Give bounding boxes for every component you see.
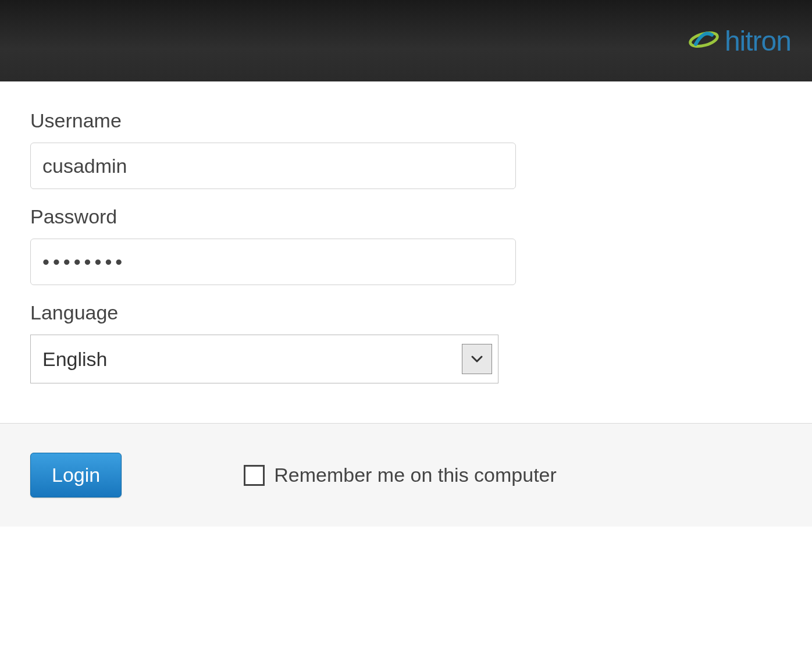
- password-label: Password: [30, 205, 782, 228]
- brand-logo: hitron: [688, 25, 791, 57]
- language-label: Language: [30, 301, 782, 324]
- login-button[interactable]: Login: [30, 453, 122, 497]
- remember-label: Remember me on this computer: [274, 464, 557, 486]
- password-input[interactable]: [30, 239, 516, 285]
- language-select[interactable]: English: [30, 335, 498, 383]
- logo-icon: [688, 27, 720, 55]
- username-group: Username: [30, 109, 782, 189]
- login-form: Username Password Language English: [0, 81, 812, 423]
- language-value: English: [42, 348, 108, 371]
- brand-name: hitron: [725, 25, 791, 57]
- password-group: Password: [30, 205, 782, 285]
- form-footer: Login Remember me on this computer: [0, 423, 812, 527]
- chevron-down-icon: [462, 344, 492, 374]
- language-group: Language English: [30, 301, 782, 383]
- page-header: hitron: [0, 0, 812, 81]
- username-label: Username: [30, 109, 782, 132]
- username-input[interactable]: [30, 143, 516, 189]
- remember-checkbox[interactable]: [244, 465, 265, 486]
- remember-group: Remember me on this computer: [244, 464, 557, 486]
